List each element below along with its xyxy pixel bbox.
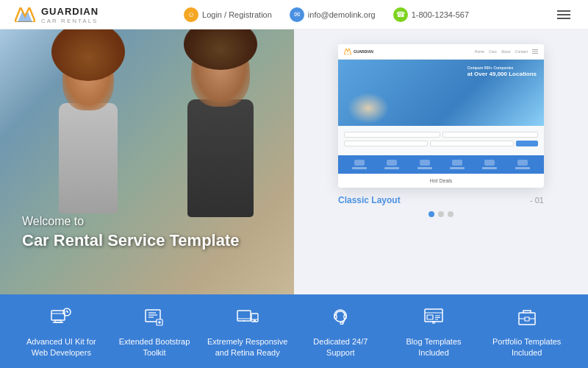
feature-blog-label: Blog TemplatesIncluded (406, 336, 462, 359)
preview-categories (338, 155, 544, 174)
feature-blog: Blog TemplatesIncluded (387, 304, 481, 359)
header-nav: ☺ Login / Registration ✉ info@demolink.o… (184, 7, 469, 22)
hero-title: Car Rental Service Template (22, 231, 240, 250)
svg-rect-39 (525, 317, 529, 321)
hero-text: Welcome to Car Rental Service Template (22, 215, 240, 250)
email-icon: ✉ (290, 7, 304, 22)
responsive-icon (234, 304, 261, 330)
logo-sub: CAR RENTALS (41, 18, 98, 24)
person-man (162, 37, 279, 294)
site-header: GUARDIAN CAR RENTALS ☺ Login / Registrat… (0, 0, 588, 29)
email-link[interactable]: ✉ info@demolink.org (290, 7, 376, 22)
classic-number: - 01 (530, 196, 544, 205)
features-bar: Advanced UI Kit forWeb Developers Extend… (0, 294, 588, 368)
blog-icon (420, 304, 447, 330)
svg-rect-3 (532, 49, 538, 50)
classic-layout-bar: Classic Layout - 01 (338, 195, 544, 205)
classic-label: Classic Layout (338, 195, 401, 205)
login-label: Login / Registration (202, 10, 272, 19)
feature-ui-kit: Advanced UI Kit forWeb Developers (15, 304, 108, 359)
carousel-dots (429, 211, 453, 217)
person-woman (22, 44, 154, 294)
svg-rect-4 (532, 52, 538, 52)
portfolio-icon (514, 304, 540, 330)
logo-name: GUARDIAN (41, 6, 98, 17)
preview-nav: HomeCarsAboutContact (475, 49, 538, 54)
preview-search (338, 126, 544, 155)
preview-hot-deals: Hot Deals (338, 174, 544, 188)
logo[interactable]: GUARDIAN CAR RENTALS (15, 4, 98, 24)
svg-point-25 (254, 319, 255, 321)
feature-support-label: Dedicated 24/7Support (313, 336, 368, 359)
preview-logo: GUARDIAN (344, 49, 373, 54)
hero-section: Welcome to Car Rental Service Template (0, 29, 294, 294)
feature-support: Dedicated 24/7Support (294, 304, 387, 359)
dot-3[interactable] (448, 211, 453, 217)
preview-overlay: Compare 500+ Companies at Over 49,000 Lo… (467, 66, 537, 78)
svg-rect-20 (237, 311, 251, 321)
support-icon (327, 304, 354, 330)
menu-button[interactable] (554, 7, 573, 22)
dot-1[interactable] (429, 211, 434, 217)
feature-responsive: Extremely Responsiveand Retina Ready (201, 304, 294, 359)
preview-card: GUARDIAN HomeCarsAboutContact Compare 50… (338, 44, 544, 188)
user-icon: ☺ (184, 7, 198, 22)
phone-link[interactable]: ☎ 1-800-1234-567 (393, 7, 469, 22)
phone-icon: ☎ (393, 7, 408, 22)
preview-header: GUARDIAN HomeCarsAboutContact (338, 44, 544, 60)
hero-background (0, 29, 294, 294)
phone-label: 1-800-1234-567 (412, 10, 469, 19)
svg-marker-2 (344, 49, 351, 54)
feature-portfolio-label: Portfolio TemplatesIncluded (492, 336, 561, 359)
svg-rect-5 (532, 53, 538, 54)
dot-2[interactable] (438, 211, 444, 217)
feature-ui-kit-label: Advanced UI Kit forWeb Developers (26, 336, 96, 359)
feature-bootstrap: Extended BootstrapToolkit (108, 304, 201, 359)
feature-responsive-label: Extremely Responsiveand Retina Ready (207, 336, 287, 359)
email-label: info@demolink.org (308, 10, 376, 19)
logo-icon (15, 7, 35, 22)
bootstrap-icon (141, 304, 168, 330)
feature-bootstrap-label: Extended BootstrapToolkit (119, 336, 190, 359)
hero-welcome: Welcome to (22, 215, 240, 228)
login-link[interactable]: ☺ Login / Registration (184, 7, 272, 22)
preview-section: GUARDIAN HomeCarsAboutContact Compare 50… (294, 29, 588, 294)
preview-image: Compare 500+ Companies at Over 49,000 Lo… (338, 60, 544, 126)
svg-rect-29 (340, 322, 343, 325)
ui-kit-icon (48, 304, 74, 330)
svg-rect-32 (427, 315, 433, 319)
main-content: Welcome to Car Rental Service Template G… (0, 29, 588, 294)
feature-portfolio: Portfolio TemplatesIncluded (480, 304, 573, 359)
